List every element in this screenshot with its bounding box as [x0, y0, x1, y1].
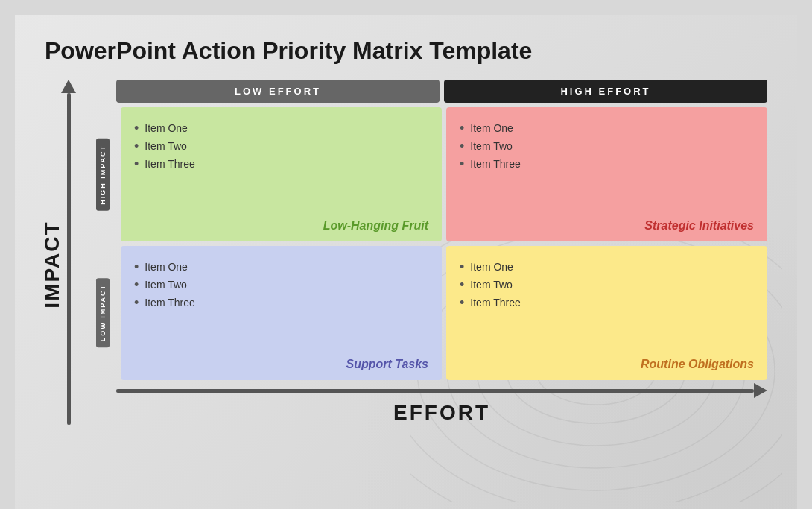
- low-impact-row: LOW IMPACT Item One Item Two Item Three …: [89, 246, 767, 380]
- routine-obligations-list: Item One Item Two Item Three: [460, 258, 754, 312]
- matrix-main: LOW EFFORT HIGH EFFORT HIGH IMPACT Item …: [89, 80, 767, 425]
- y-axis-area: IMPACT: [45, 80, 89, 425]
- list-item: Item Three: [460, 155, 754, 173]
- y-axis-label: IMPACT: [40, 221, 64, 308]
- list-item: Item Three: [134, 294, 428, 312]
- strategic-initiatives-label: Strategic Initiatives: [644, 219, 754, 233]
- col-header-high-effort: HIGH EFFORT: [444, 80, 767, 103]
- high-impact-label-area: HIGH IMPACT: [89, 107, 116, 241]
- list-item: Item One: [460, 258, 754, 276]
- matrix-container: IMPACT LOW EFFORT HIGH EFFORT HIGH IMPAC…: [45, 80, 767, 425]
- list-item: Item One: [134, 119, 428, 137]
- x-axis-arrow: [116, 383, 767, 398]
- col-header-low-effort: LOW EFFORT: [116, 80, 440, 103]
- low-impact-label: LOW IMPACT: [96, 278, 110, 347]
- quadrant-low-hanging-fruit: Item One Item Two Item Three Low-Hanging…: [121, 107, 442, 241]
- y-arrow-line: [67, 93, 71, 425]
- list-item: Item One: [134, 258, 428, 276]
- page-title: PowerPoint Action Priority Matrix Templa…: [45, 37, 767, 65]
- y-arrow-head: [61, 80, 76, 93]
- list-item: Item Two: [134, 276, 428, 294]
- x-axis-label: EFFORT: [393, 401, 490, 425]
- x-arrow-head: [754, 383, 767, 398]
- x-arrow-line: [116, 389, 754, 393]
- high-impact-label: HIGH IMPACT: [96, 139, 110, 211]
- x-axis-area: EFFORT: [116, 383, 767, 425]
- routine-obligations-label: Routine Obligations: [641, 358, 754, 371]
- column-headers: LOW EFFORT HIGH EFFORT: [116, 80, 767, 103]
- list-item: Item Two: [460, 137, 754, 155]
- grid-rows: HIGH IMPACT Item One Item Two Item Three…: [89, 107, 767, 380]
- support-tasks-list: Item One Item Two Item Three: [134, 258, 428, 312]
- support-tasks-label: Support Tasks: [346, 358, 428, 371]
- quadrant-strategic-initiatives: Item One Item Two Item Three Strategic I…: [446, 107, 767, 241]
- list-item: Item Three: [460, 294, 754, 312]
- list-item: Item Three: [134, 155, 428, 173]
- list-item: Item One: [460, 119, 754, 137]
- quadrant-support-tasks: Item One Item Two Item Three Support Tas…: [121, 246, 442, 380]
- high-impact-row: HIGH IMPACT Item One Item Two Item Three…: [89, 107, 767, 241]
- low-impact-label-area: LOW IMPACT: [89, 246, 116, 380]
- strategic-initiatives-list: Item One Item Two Item Three: [460, 119, 754, 173]
- list-item: Item Two: [134, 137, 428, 155]
- low-hanging-fruit-list: Item One Item Two Item Three: [134, 119, 428, 173]
- low-hanging-fruit-label: Low-Hanging Fruit: [323, 219, 428, 233]
- list-item: Item Two: [460, 276, 754, 294]
- quadrant-routine-obligations: Item One Item Two Item Three Routine Obl…: [446, 246, 767, 380]
- slide: PowerPoint Action Priority Matrix Templa…: [15, 15, 797, 509]
